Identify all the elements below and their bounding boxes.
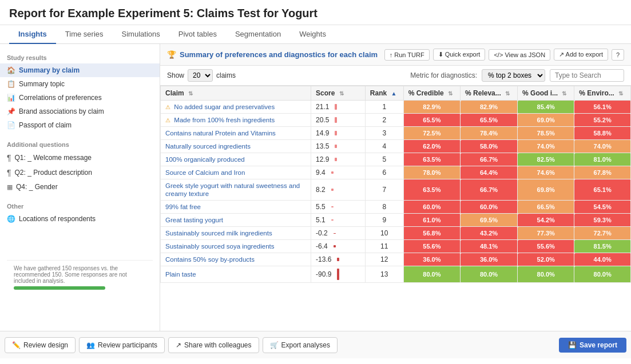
view-json-button[interactable]: </> View as JSON: [489, 49, 550, 61]
page-header: Report for Example Experiment 5: Claims …: [0, 0, 631, 44]
data-table-scroll[interactable]: Claim ⇅ Score ⇅ Rank ▲ % Credible ⇅ % Re…: [160, 86, 631, 283]
claim-link[interactable]: Sustainably sourced soya ingredients: [165, 243, 275, 250]
tab-pivot-tables[interactable]: Pivot tables: [169, 25, 226, 44]
score-cell: 13.5: [311, 140, 366, 153]
export-icon: 🛒: [270, 341, 279, 349]
table-row: 100% organically produced 12.9 5 63.5% 6…: [161, 153, 631, 166]
show-select[interactable]: 20 10 50: [188, 69, 213, 82]
add-to-export-button[interactable]: ↗ Add to export: [554, 49, 608, 61]
good-cell: 52.0%: [518, 253, 574, 266]
credible-cell: 55.6%: [403, 240, 460, 253]
save-report-button[interactable]: 💾 Save report: [559, 338, 626, 353]
claim-link[interactable]: Sustainably sourced milk ingredients: [165, 230, 272, 237]
claims-table: Claim ⇅ Score ⇅ Rank ▲ % Credible ⇅ % Re…: [160, 86, 631, 283]
export-analyses-button[interactable]: 🛒 Export analyses: [263, 337, 338, 353]
score-bar: [335, 131, 337, 135]
search-input[interactable]: [550, 69, 624, 82]
tab-simulations[interactable]: Simulations: [113, 25, 169, 44]
help-button[interactable]: ?: [612, 49, 624, 61]
enviro-cell: 81.0%: [574, 153, 631, 166]
footer: ✏️ Review design 👥 Review participants ↗…: [0, 331, 631, 358]
sort-credible-icon: ⇅: [448, 90, 453, 97]
col-relevance[interactable]: % Releva... ⇅: [461, 86, 518, 101]
claim-link[interactable]: Plain taste: [165, 271, 196, 278]
sidebar-label-q4: Q4: _ Gender: [16, 183, 58, 191]
credible-cell: 61.0%: [403, 214, 460, 227]
claim-link[interactable]: Naturally sourced ingredients: [165, 143, 251, 150]
table-row: 99% fat free 5.5 8 60.0% 60.0% 66.5% 54.…: [161, 201, 631, 214]
run-turf-button[interactable]: ↑ Run TURF: [384, 49, 430, 61]
share-colleagues-button[interactable]: ↗ Share with colleagues: [168, 337, 259, 353]
sidebar-item-passport[interactable]: 📄 Passport of claim: [0, 118, 160, 132]
relevance-cell: 43.2%: [461, 227, 518, 240]
table-row: Contains 50% soy by-products -13.6 12 36…: [161, 253, 631, 266]
col-credible[interactable]: % Credible ⇅: [403, 86, 460, 101]
score-cell: 5.1: [311, 214, 366, 227]
rank-cell: 6: [365, 166, 403, 179]
enviro-cell: 81.5%: [574, 240, 631, 253]
sort-enviro-icon: ⇅: [618, 90, 623, 97]
col-rank[interactable]: Rank ▲: [365, 86, 403, 101]
sidebar-item-brand-associations[interactable]: 📌 Brand associations by claim: [0, 105, 160, 118]
score-value: -6.4: [316, 242, 328, 250]
sidebar-label-passport: Passport of claim: [19, 121, 72, 129]
metric-select[interactable]: % top 2 boxes % top box Mean: [482, 69, 545, 82]
claim-link[interactable]: Source of Calcium and Iron: [165, 169, 245, 176]
col-good[interactable]: % Good i... ⇅: [518, 86, 574, 101]
content-area: 🏆 Summary of preferences and diagnostics…: [160, 44, 631, 331]
sidebar-item-q2[interactable]: ¶ Q2: _ Product description: [0, 165, 160, 180]
claim-link[interactable]: Made from 100% fresh ingredients: [174, 117, 275, 123]
col-claim[interactable]: Claim ⇅: [161, 86, 311, 101]
house-icon: 🏠: [7, 66, 15, 74]
score-value: 12.9: [316, 155, 329, 163]
good-cell: 69.8%: [518, 179, 574, 201]
claim-link[interactable]: No added sugar and preservatives: [174, 103, 275, 110]
review-participants-button[interactable]: 👥 Review participants: [79, 337, 165, 353]
good-cell: 77.3%: [518, 227, 574, 240]
score-value: -13.6: [316, 255, 331, 263]
claim-link[interactable]: Contains 50% soy by-products: [165, 256, 255, 263]
relevance-cell: 66.7%: [461, 153, 518, 166]
enviro-cell: 65.1%: [574, 179, 631, 201]
enviro-cell: 56.1%: [574, 101, 631, 114]
tab-weights[interactable]: Weights: [290, 25, 335, 44]
chart-icon: 📊: [7, 94, 15, 102]
sidebar-item-summary-by-claim[interactable]: 🏠 Summary by claim: [0, 63, 160, 77]
globe-icon: 🌐: [7, 215, 15, 223]
table-header-row: Claim ⇅ Score ⇅ Rank ▲ % Credible ⇅ % Re…: [161, 86, 631, 101]
table-row: Sustainably sourced milk ingredients -0.…: [161, 227, 631, 240]
col-enviro[interactable]: % Enviro... ⇅: [574, 86, 631, 101]
rank-cell: 10: [365, 227, 403, 240]
show-controls: Show 20 10 50 claims: [167, 69, 236, 82]
claim-link[interactable]: Contains natural Protein and Vitamins: [165, 130, 276, 137]
sidebar-item-summary-by-topic[interactable]: 📋 Summary topic: [0, 77, 160, 91]
claim-link[interactable]: 100% organically produced: [165, 156, 245, 163]
sort-score-icon: ⇅: [339, 90, 344, 97]
sidebar-item-locations[interactable]: 🌐 Locations of respondents: [0, 212, 160, 226]
claim-cell: Source of Calcium and Iron: [161, 166, 311, 179]
col-score[interactable]: Score ⇅: [311, 86, 366, 101]
sidebar-item-correlations[interactable]: 📊 Correlations of preferences: [0, 91, 160, 105]
score-cell: 12.9: [311, 153, 366, 166]
quick-export-button[interactable]: ⬇ Quick export: [433, 49, 486, 61]
review-design-button[interactable]: ✏️ Review design: [5, 337, 76, 353]
score-cell: -6.4: [311, 240, 366, 253]
doc-icon: 📄: [7, 121, 15, 129]
score-bar: [331, 189, 334, 191]
claim-link[interactable]: Great tasting yogurt: [165, 217, 223, 223]
enviro-cell: 72.7%: [574, 227, 631, 240]
claims-label: claims: [216, 71, 236, 79]
score-cell: 5.5: [311, 201, 366, 214]
tab-segmentation[interactable]: Segmentation: [226, 25, 290, 44]
score-bar: [334, 245, 336, 247]
sidebar-item-q1[interactable]: ¶ Q1: _ Welcome message: [0, 150, 160, 165]
table-row: ⚠ Made from 100% fresh ingredients 20.5 …: [161, 114, 631, 127]
sidebar-item-q4[interactable]: ▦ Q4: _ Gender: [0, 180, 160, 194]
tab-time-series[interactable]: Time series: [56, 25, 113, 44]
tab-insights[interactable]: Insights: [9, 25, 56, 44]
claim-link[interactable]: Greek style yogurt with natural sweetnes…: [165, 182, 300, 197]
credible-cell: 80.0%: [403, 266, 460, 283]
good-cell: 82.5%: [518, 153, 574, 166]
score-cell: -0.2: [311, 227, 366, 240]
claim-link[interactable]: 99% fat free: [165, 203, 201, 210]
